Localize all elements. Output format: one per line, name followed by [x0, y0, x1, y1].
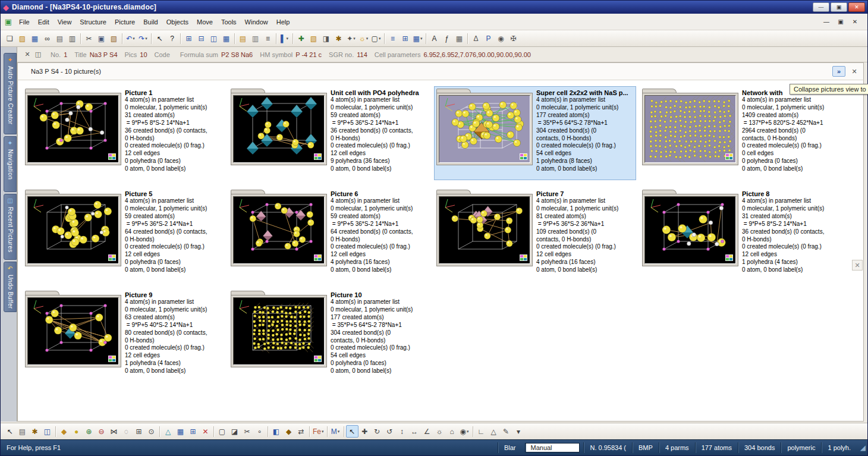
move-tool-button[interactable]: ✚	[358, 425, 371, 438]
picture-view-button[interactable]: ◫	[207, 32, 220, 45]
bonds-button[interactable]: ⋈	[108, 425, 120, 438]
table-view-button[interactable]: ▦	[220, 32, 232, 45]
sidebar-tab-recent-pictures[interactable]: ◫Recent Pictures	[4, 194, 17, 260]
pin-icon[interactable]: ◫	[33, 51, 43, 58]
menu-move[interactable]: Move	[193, 17, 217, 27]
minimize-button[interactable]: —	[822, 18, 831, 25]
destroy-button[interactable]: ✕	[199, 425, 212, 438]
zoom-tool-button[interactable]: ↕	[396, 425, 408, 438]
measure-triangle-button[interactable]: △	[488, 425, 500, 438]
formula-button[interactable]: ƒ	[441, 32, 453, 45]
close-icon[interactable]: ✕	[22, 51, 33, 58]
menu-window[interactable]: Window	[241, 17, 272, 27]
maximize-button[interactable]: ▣	[831, 2, 847, 12]
home-view-button[interactable]: ⌂	[446, 425, 458, 438]
select-tool-button[interactable]: ↖	[346, 425, 358, 438]
dropdown-arrow-icon[interactable]: ▾	[366, 36, 369, 41]
picture-card-7[interactable]: Picture 7 4 atom(s) in parameter list 0 …	[434, 187, 636, 281]
dropdown-arrow-icon[interactable]: ▾	[420, 36, 423, 41]
molecule-m-button[interactable]: M▾	[329, 425, 342, 438]
document-icon[interactable]: ▣	[3, 17, 14, 27]
binoculars-button[interactable]: ∞	[41, 32, 54, 45]
menu-tools[interactable]: Tools	[217, 17, 241, 27]
packing-button[interactable]: ⊞	[133, 425, 145, 438]
picture-card-8[interactable]: Picture 8 4 atom(s) in parameter list 0 …	[640, 187, 842, 281]
dropdown-arrow-icon[interactable]: ▾	[379, 36, 381, 41]
menu-edit[interactable]: Edit	[34, 17, 54, 27]
dropdown-arrow-icon[interactable]: ▾	[338, 429, 340, 434]
new-document-button[interactable]: ❏	[4, 32, 16, 45]
lattice-button[interactable]: ⊞	[187, 425, 199, 438]
sidebar-tab-navigation[interactable]: ✦Navigation	[4, 136, 17, 192]
insert-picture-button[interactable]: ▧	[307, 32, 320, 45]
picture-card-5[interactable]: Picture 5 4 atom(s) in parameter list 0 …	[23, 187, 225, 281]
dropdown-arrow-icon[interactable]: ▾	[467, 429, 469, 434]
rotate-z-tool-button[interactable]: ↺	[383, 425, 396, 438]
sidebar-tab-undo-buffer[interactable]: ↶Undo Buffer	[4, 262, 17, 312]
picture-thumbnail[interactable]	[642, 190, 738, 279]
minimize-button[interactable]: —	[813, 2, 829, 12]
resize-grip[interactable]: ◢	[857, 444, 867, 452]
collapse-pictures-button[interactable]: »	[832, 66, 845, 77]
picture-thumbnail[interactable]	[231, 89, 327, 178]
spin-tool-button[interactable]: ☼	[433, 425, 446, 438]
menu-picture[interactable]: Picture	[111, 17, 139, 27]
structure-view-button[interactable]: ⊞	[183, 32, 195, 45]
powder-pattern-button[interactable]: ▥	[249, 32, 262, 45]
fe-atom-button[interactable]: Fe▾	[312, 425, 325, 438]
close-button[interactable]: ✕	[851, 18, 859, 25]
rotate-tool-button[interactable]: ↻	[371, 425, 383, 438]
menu-file[interactable]: File	[15, 17, 34, 27]
gear-button[interactable]: ✦▾	[345, 32, 357, 45]
properties-button[interactable]: P	[482, 32, 495, 45]
navigation-button[interactable]: ◆	[282, 425, 295, 438]
picture-thumbnail[interactable]	[436, 89, 533, 178]
columns-button[interactable]: ▌▾	[278, 32, 291, 45]
spreadsheet-button[interactable]: ▦	[453, 32, 466, 45]
add-atom-button[interactable]: ⊕	[83, 425, 95, 438]
tools-button[interactable]: ✠	[507, 32, 520, 45]
dropdown-arrow-icon[interactable]: ▾	[133, 36, 135, 41]
annotate-button[interactable]: ✎	[500, 425, 512, 438]
restore-button[interactable]: ▣	[836, 18, 845, 25]
picture-thumbnail[interactable]	[231, 291, 327, 380]
select-pointer-button[interactable]: ↖	[4, 425, 16, 438]
dummy-atom-button[interactable]: ∘	[253, 425, 266, 438]
cube-view-button[interactable]: ◧	[270, 425, 282, 438]
distances-table-button[interactable]: ▤	[237, 32, 249, 45]
copy-button[interactable]: ▣	[95, 32, 108, 45]
dropdown-arrow-icon[interactable]: ▾	[145, 36, 147, 41]
picture-card-3[interactable]: Super cell 2x2x2 with NaS p... 4 atom(s)…	[434, 86, 636, 180]
picture-card-10[interactable]: Picture 10 4 atom(s) in parameter list 0…	[228, 288, 430, 382]
context-help-button[interactable]: ?	[166, 32, 178, 45]
angle-tool-button[interactable]: ∠	[421, 425, 433, 438]
picture-thumbnail[interactable]	[25, 291, 121, 380]
close-pictures-button[interactable]: ✕	[849, 66, 860, 77]
text-tool-button[interactable]: A	[428, 32, 441, 45]
exchange-button[interactable]: ⇄	[295, 425, 307, 438]
picture-card-1[interactable]: Picture 1 4 atom(s) in parameter list 0 …	[23, 86, 225, 180]
picture-thumbnail[interactable]	[25, 89, 121, 178]
save-button[interactable]: ▦	[29, 32, 41, 45]
picture-wizard-button[interactable]: ✱	[332, 32, 345, 45]
paste-button[interactable]: ▧	[108, 32, 120, 45]
center-button[interactable]: ⊙	[145, 425, 158, 438]
menu-structure[interactable]: Structure	[76, 17, 111, 27]
brightness-button[interactable]: ☼▾	[357, 32, 370, 45]
close-pane-button[interactable]: ✕	[852, 260, 863, 271]
snapshot-button[interactable]: ◉	[495, 32, 507, 45]
dropdown-arrow-icon[interactable]: ▾	[287, 36, 289, 41]
print-preview-button[interactable]: ▤	[54, 32, 66, 45]
cell-edges-button[interactable]: ▢	[216, 425, 228, 438]
dropdown-arrow-icon[interactable]: ▾	[353, 36, 356, 41]
print-button[interactable]: ▥	[66, 32, 78, 45]
dropdown-arrow-icon[interactable]: ▾	[322, 429, 324, 434]
menu-view[interactable]: View	[54, 17, 76, 27]
menu-help[interactable]: Help	[272, 17, 294, 27]
cut-button[interactable]: ✂	[83, 32, 95, 45]
new-picture-button[interactable]: ✚	[295, 32, 307, 45]
menu-objects[interactable]: Objects	[162, 17, 193, 27]
picture-card-2[interactable]: Unit cell with PO4 polyhedra 4 atom(s) i…	[228, 86, 430, 180]
pointer-button[interactable]: ↖	[153, 32, 166, 45]
remove-atom-button[interactable]: ⊖	[95, 425, 108, 438]
